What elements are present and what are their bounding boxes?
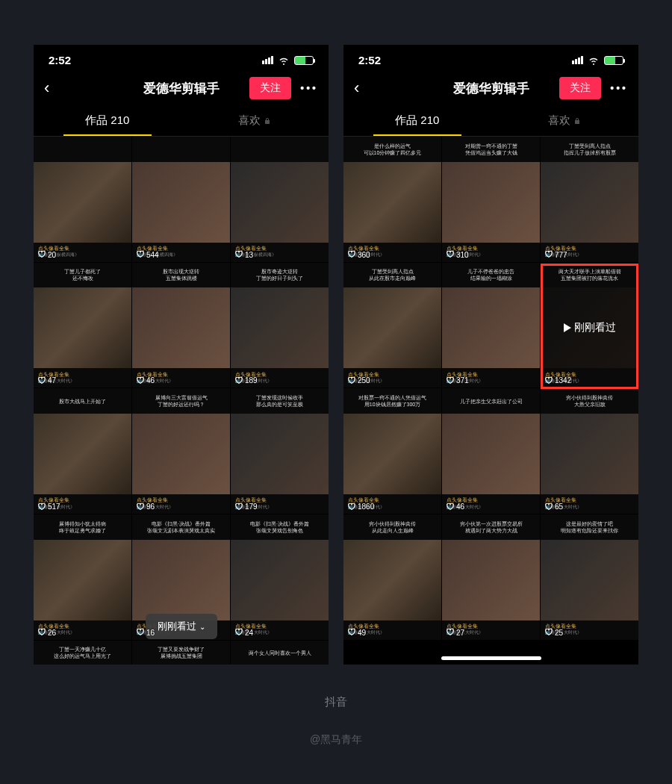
heart-icon xyxy=(348,503,355,511)
like-count: 1342 xyxy=(545,376,571,385)
video-cell[interactable]: 是什么样的运气可以10分钟赚了四亿多元 点头像看全集📺港剧《大时代》 360 xyxy=(343,137,441,262)
wifi-icon xyxy=(588,56,600,65)
like-count: 27 xyxy=(447,629,464,637)
video-cell[interactable]: 丁蟹又要发战争财了展博挑战五蟹集团 点头像看全集📺港剧《大时代》 xyxy=(132,641,230,665)
video-title-bar xyxy=(132,137,230,162)
heart-icon xyxy=(235,629,243,636)
status-time: 2:52 xyxy=(49,54,71,66)
more-button[interactable]: ••• xyxy=(300,82,318,94)
home-indicator[interactable] xyxy=(441,656,541,660)
like-count: 189 xyxy=(235,376,258,385)
video-cell[interactable]: 两大天才联手上演草船借箭五蟹集团被打的落花流水 刚刚看过 点头像看全集📺港剧《大… xyxy=(541,263,638,388)
video-cell[interactable]: 丁蟹发现这时候收手那么真的是可笑至极 点头像看全集📺港剧《大时代》 179 xyxy=(231,388,329,514)
video-title-bar: 电影《扫黑·决战》番外篇张颂文哭戏告别角色 xyxy=(231,514,329,540)
video-cell[interactable]: 丁蟹受到高人指点从此在股市走向巅峰 点头像看全集📺港剧《大时代》 250 xyxy=(343,263,441,388)
video-cell[interactable]: 儿子不停爸爸的忠告结果输的一塌糊涂 点头像看全集📺港剧《大时代》 371 xyxy=(442,263,540,388)
page-title: 爱德华剪辑手 xyxy=(143,80,220,97)
video-cell[interactable]: 股市大战马上开始了 点头像看全集📺港剧《大时代》 517 xyxy=(34,388,131,514)
video-title-bar: 是什么样的运气可以10分钟赚了四亿多元 xyxy=(343,137,441,162)
video-grid: 点头像看全集📺港剧《纵横四海》 20 点头像看全集📺港剧《纵横四海》 544 点… xyxy=(34,137,329,665)
video-thumbnail xyxy=(541,414,638,494)
video-title-bar: 对期货一窍不通的丁蟹凭借鸿运当头赚了大钱 xyxy=(442,137,540,162)
status-bar: 2:52 xyxy=(34,45,329,71)
like-count: 13 xyxy=(235,251,253,259)
video-cell[interactable]: 丁蟹儿子都死了还不悔改 点头像看全集📺港剧《大时代》 47 xyxy=(34,263,131,388)
heart-icon xyxy=(348,629,355,636)
video-cell[interactable]: 这是最好的爱情了吧明知道有危险还要来找你 点头像看全集📺港剧《大时代》 25 xyxy=(541,514,638,640)
status-bar: 2:52 xyxy=(343,45,638,71)
heart-icon xyxy=(348,377,355,385)
tabs: 作品 210 喜欢 xyxy=(34,105,329,137)
tab-works-label: 作品 210 xyxy=(395,113,439,128)
battery-icon xyxy=(294,56,314,65)
like-count: 16 xyxy=(137,629,155,637)
tabs: 作品 210 喜欢 xyxy=(343,105,638,137)
back-button[interactable]: ‹ xyxy=(44,78,49,98)
video-title-bar: 展博向三大富翁借运气丁蟹的好运还行吗？ xyxy=(132,388,230,414)
back-button[interactable]: ‹ xyxy=(354,78,359,98)
video-cell[interactable]: 对股票一窍不通的人凭借运气用10块钱居然赚了300万 点头像看全集📺港剧《大时代… xyxy=(343,388,441,514)
tab-likes[interactable]: 喜欢 xyxy=(181,105,329,136)
video-cell[interactable]: 点头像看全集📺港剧《纵横四海》 544 xyxy=(132,137,230,262)
heart-icon xyxy=(137,377,144,385)
like-count: 25 xyxy=(545,629,563,637)
battery-icon xyxy=(604,56,623,65)
video-thumbnail xyxy=(231,162,329,243)
nav-bar: ‹ 爱德华剪辑手 关注 ••• xyxy=(343,71,638,105)
like-count: 20 xyxy=(38,251,56,259)
video-cell[interactable]: 丁蟹一天净赚几十亿这么好的运气马上用光了 点头像看全集📺港剧《大时代》 xyxy=(34,641,131,665)
lock-icon xyxy=(264,117,271,125)
heart-icon xyxy=(447,503,454,511)
video-title-bar: 丁蟹受到高人指点指挥儿子放掉所有股票 xyxy=(541,137,638,162)
video-thumbnail xyxy=(132,162,230,243)
video-thumbnail xyxy=(231,540,329,620)
like-count: 517 xyxy=(38,503,60,511)
video-cell[interactable]: 两个女人同时喜欢一个男人 点头像看全集📺港剧《大时代》 xyxy=(231,641,329,665)
tab-works-label: 作品 210 xyxy=(85,113,129,128)
heart-icon xyxy=(38,377,46,385)
like-count: 371 xyxy=(447,376,469,385)
video-cell[interactable]: 电影《扫黑·决战》番外篇张颂文哭戏告别角色 点头像看全集📺港剧《大时代》 24 xyxy=(231,514,329,640)
video-thumbnail xyxy=(132,287,230,368)
tab-likes[interactable]: 喜欢 xyxy=(491,105,639,136)
video-title-bar: 穷小伙第一次进股票交易所就遇到了两大势力大战 xyxy=(442,514,540,540)
video-cell[interactable]: 对期货一窍不通的丁蟹凭借鸿运当头赚了大钱 点头像看全集📺港剧《大时代》 310 xyxy=(442,137,540,262)
video-cell[interactable]: 儿子把亲生父亲赶出了公司 点头像看全集📺港剧《大时代》 46 xyxy=(442,388,540,514)
video-title-bar: 穷小伙得到股神真传大胜父亲旧敌 xyxy=(541,388,638,414)
like-count: 26 xyxy=(38,629,56,637)
video-title-bar: 丁蟹发现这时候收手那么真的是可笑至极 xyxy=(231,388,329,414)
recent-viewed-pill[interactable]: 刚刚看过 ⌄ xyxy=(146,614,217,639)
video-cell[interactable]: 股市奇迹大逆转丁蟹的好日子到头了 点头像看全集📺港剧《大时代》 189 xyxy=(231,263,329,388)
video-cell[interactable]: 穷小伙得到股神真传大胜父亲旧敌 点头像看全集📺港剧《大时代》 65 xyxy=(541,388,638,514)
video-cell[interactable]: 穷小伙第一次进股票交易所就遇到了两大势力大战 点头像看全集📺港剧《大时代》 27 xyxy=(442,514,540,640)
video-thumbnail xyxy=(541,162,638,243)
video-cell[interactable]: 点头像看全集📺港剧《纵横四海》 20 xyxy=(34,137,131,262)
video-thumbnail xyxy=(231,414,329,494)
tab-works[interactable]: 作品 210 xyxy=(34,105,181,136)
tab-likes-label: 喜欢 xyxy=(238,113,261,128)
video-title-bar: 丁蟹一天净赚几十亿这么好的运气马上用光了 xyxy=(34,641,131,665)
lock-icon xyxy=(573,117,581,125)
video-cell[interactable]: 穷小伙得到股神真传从此走向人生巅峰 点头像看全集📺港剧《大时代》 49 xyxy=(343,514,441,640)
video-cell[interactable]: 展博向三大富翁借运气丁蟹的好运还行吗？ 点头像看全集📺港剧《大时代》 96 xyxy=(132,388,230,514)
more-button[interactable]: ••• xyxy=(610,82,628,94)
video-cell[interactable]: 点头像看全集📺港剧《纵横四海》 13 xyxy=(231,137,329,262)
heart-icon xyxy=(545,629,553,636)
follow-button[interactable]: 关注 xyxy=(559,77,601,99)
heart-icon xyxy=(447,251,454,258)
video-thumbnail xyxy=(343,162,441,243)
like-count: 96 xyxy=(137,503,155,511)
video-cell[interactable]: 丁蟹受到高人指点指挥儿子放掉所有股票 点头像看全集📺港剧《大时代》 777 xyxy=(541,137,638,262)
phone-left: 2:52 ‹ 爱德华剪辑手 关注 ••• 作品 210 喜欢 点头像看全集📺港剧… xyxy=(34,45,329,665)
follow-button[interactable]: 关注 xyxy=(249,77,291,99)
like-count: 24 xyxy=(235,629,253,637)
video-thumbnail xyxy=(231,287,329,368)
video-cell[interactable]: 展博得知小犹太得病终于鼓足勇气求婚了 点头像看全集📺港剧《大时代》 26 xyxy=(34,514,131,640)
heart-icon xyxy=(38,503,46,511)
heart-icon xyxy=(235,503,243,511)
video-title-bar: 股市奇迹大逆转丁蟹的好日子到头了 xyxy=(231,263,329,288)
tab-likes-label: 喜欢 xyxy=(548,113,570,128)
video-cell[interactable]: 股市出现大逆转五蟹集体跳楼 点头像看全集📺港剧《大时代》 46 xyxy=(132,263,230,388)
tab-works[interactable]: 作品 210 xyxy=(343,105,491,136)
like-count: 310 xyxy=(447,251,469,259)
